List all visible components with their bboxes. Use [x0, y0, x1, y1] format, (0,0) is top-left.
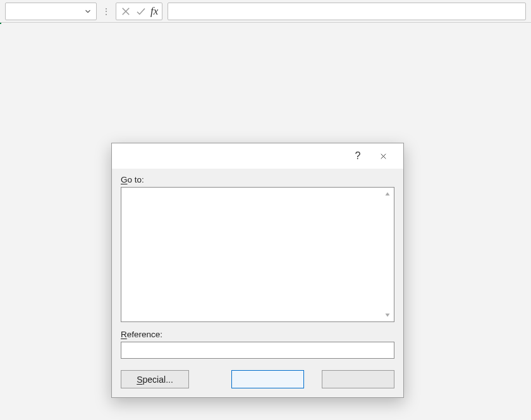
- goto-listbox[interactable]: [121, 187, 394, 322]
- reference-input[interactable]: [121, 342, 394, 359]
- cancel-formula-icon[interactable]: [120, 6, 131, 17]
- help-button[interactable]: ?: [345, 143, 370, 169]
- dialog-titlebar[interactable]: ?: [112, 143, 403, 169]
- cancel-button[interactable]: [322, 370, 394, 388]
- name-box[interactable]: [5, 3, 97, 20]
- svg-marker-4: [386, 193, 390, 196]
- scrollbar[interactable]: [381, 188, 394, 321]
- close-icon: [379, 152, 388, 160]
- special-button[interactable]: Special...: [121, 370, 189, 388]
- ok-button[interactable]: [231, 370, 304, 388]
- scroll-up-icon: [384, 190, 391, 198]
- fx-icon[interactable]: fx: [150, 5, 158, 18]
- chevron-down-icon: [83, 7, 92, 16]
- svg-marker-5: [386, 314, 390, 317]
- help-icon: ?: [355, 150, 361, 162]
- formula-bar: ⋮ fx: [0, 0, 531, 23]
- formula-input[interactable]: [168, 3, 526, 20]
- scroll-down-icon: [384, 311, 391, 319]
- goto-label: Go to:: [121, 175, 394, 184]
- fx-button-group: fx: [116, 3, 162, 20]
- reference-label: Reference:: [121, 330, 394, 339]
- selection-outline: [0, 23, 1, 24]
- enter-formula-icon[interactable]: [135, 6, 147, 17]
- close-button[interactable]: [370, 143, 396, 169]
- divider-dots-icon: ⋮: [102, 7, 111, 16]
- goto-dialog: ? Go to: Reference: Special...: [111, 143, 404, 398]
